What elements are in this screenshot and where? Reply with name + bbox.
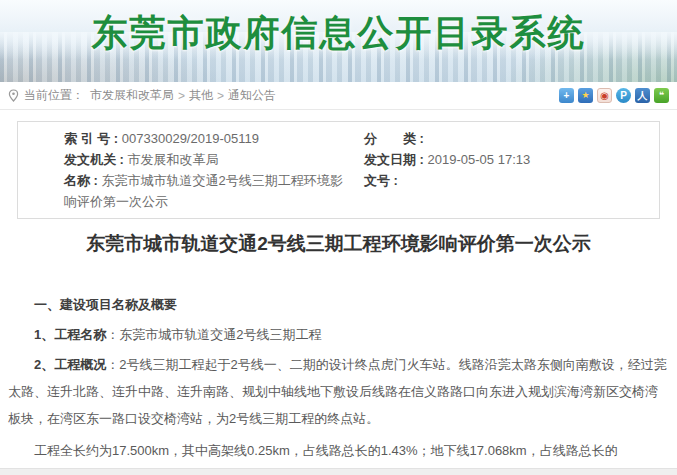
metadata-row: 发文机关 : 市发展和改革局 发文日期 : 2019-05-05 17:13 (18, 149, 659, 170)
location-pin-icon (8, 89, 19, 102)
paragraph-project-name: 1、工程名称：东莞市城市轨道交通2号线三期工程 (8, 321, 669, 348)
article-title: 东莞市城市轨道交通2号线三期工程环境影响评价第一次公示 (8, 231, 669, 257)
metadata-classification: 分 类 : (364, 128, 659, 149)
metadata-document-name: 名称 : 东莞市城市轨道交通2号线三期工程环境影响评价第一次公示 (18, 170, 364, 212)
tencent-weibo-icon[interactable]: P (616, 88, 631, 103)
qzone-icon[interactable]: ★ (578, 88, 593, 103)
metadata-row: 索 引 号 : 007330029/2019-05119 分 类 : (18, 128, 659, 149)
breadcrumb-item-category[interactable]: 其他 (189, 87, 213, 104)
site-title: 东莞市政府信息公开目录系统 (0, 9, 677, 58)
section-heading: 一、建设项目名称及概要 (8, 291, 669, 318)
breadcrumb-bar: 当前位置： 市发展和改革局 > 其他 > 通知公告 + ★ ◉ P 人 ❝ (0, 82, 677, 110)
metadata-document-number: 文号 : (364, 170, 659, 212)
breadcrumb-separator: > (217, 89, 224, 103)
wechat-icon[interactable]: ❝ (654, 88, 669, 103)
sina-weibo-icon[interactable]: ◉ (597, 88, 612, 103)
content-area: 索 引 号 : 007330029/2019-05119 分 类 : 发文机关 … (0, 121, 677, 475)
header-banner: 东莞市政府信息公开目录系统 (0, 0, 677, 82)
document-metadata-table: 索 引 号 : 007330029/2019-05119 分 类 : 发文机关 … (17, 121, 660, 219)
renren-icon[interactable]: 人 (635, 88, 650, 103)
metadata-index-number: 索 引 号 : 007330029/2019-05119 (18, 128, 364, 149)
article-body: 一、建设项目名称及概要 1、工程名称：东莞市城市轨道交通2号线三期工程 2、工程… (8, 291, 669, 475)
metadata-issuing-agency: 发文机关 : 市发展和改革局 (18, 149, 364, 170)
share-toolbar: + ★ ◉ P 人 ❝ (559, 88, 669, 103)
share-plus-icon[interactable]: + (559, 88, 574, 103)
bottom-divider (0, 468, 677, 475)
breadcrumb-item-current[interactable]: 通知公告 (228, 87, 276, 104)
metadata-row: 名称 : 东莞市城市轨道交通2号线三期工程环境影响评价第一次公示 文号 : (18, 170, 659, 212)
metadata-issue-date: 发文日期 : 2019-05-05 17:13 (364, 149, 659, 170)
breadcrumb-item-department[interactable]: 市发展和改革局 (90, 87, 174, 104)
breadcrumb-label: 当前位置： (24, 87, 84, 104)
paragraph-project-overview: 2、工程概况：2号线三期工程起于2号线一、二期的设计终点虎门火车站。线路沿莞太路… (8, 351, 669, 432)
breadcrumb-separator: > (178, 89, 185, 103)
